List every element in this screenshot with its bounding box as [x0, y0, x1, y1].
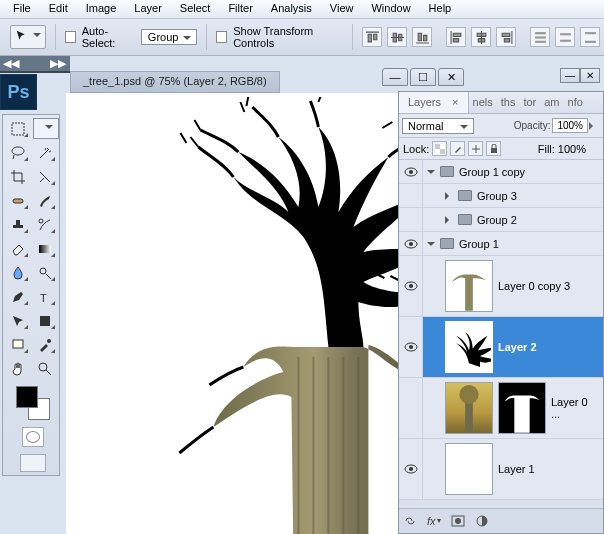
tool-type[interactable]: T — [33, 286, 57, 307]
layer-name[interactable]: Layer 2 — [498, 341, 537, 353]
layer-list[interactable]: Group 1 copy Group 3 Group 2 Group 1 Lay… — [399, 160, 603, 508]
distribute-top-icon[interactable] — [530, 27, 550, 47]
tool-history-brush[interactable] — [33, 214, 57, 235]
document-tab[interactable]: _tree_1.psd @ 75% (Layer 2, RGB/8) — [70, 71, 280, 93]
adjustment-layer-icon[interactable] — [475, 515, 489, 527]
align-top-icon[interactable] — [362, 27, 382, 47]
align-vcenter-icon[interactable] — [387, 27, 407, 47]
current-tool-indicator[interactable] — [10, 25, 46, 49]
layer-thumbnail[interactable] — [445, 382, 493, 434]
add-mask-icon[interactable] — [451, 515, 465, 527]
visibility-toggle[interactable] — [399, 317, 423, 377]
close-tab-icon[interactable]: × — [445, 92, 462, 112]
tool-lasso[interactable] — [6, 142, 30, 163]
tab-channels[interactable]: nels — [469, 92, 497, 113]
tool-crop[interactable] — [6, 166, 30, 187]
align-bottom-icon[interactable] — [412, 27, 432, 47]
foreground-color[interactable] — [16, 386, 38, 408]
layer-thumbnail[interactable] — [445, 260, 493, 312]
tool-eraser[interactable] — [6, 238, 30, 259]
auto-select-mode[interactable]: Group — [141, 29, 198, 45]
align-hcenter-icon[interactable] — [471, 27, 491, 47]
menu-select[interactable]: Select — [171, 0, 220, 18]
layer-name[interactable]: Group 2 — [477, 214, 517, 226]
lock-all-icon[interactable] — [486, 141, 501, 156]
tool-dodge[interactable] — [33, 262, 57, 283]
tool-move[interactable] — [33, 118, 59, 139]
visibility-toggle[interactable] — [399, 378, 423, 438]
menu-filter[interactable]: Filter — [219, 0, 261, 18]
show-transform-checkbox[interactable] — [216, 31, 227, 43]
menu-help[interactable]: Help — [420, 0, 461, 18]
layer-name[interactable]: Group 1 — [459, 238, 499, 250]
link-layers-icon[interactable] — [403, 515, 417, 527]
layer-name[interactable]: Group 3 — [477, 190, 517, 202]
menu-window[interactable]: Window — [362, 0, 419, 18]
distribute-bottom-icon[interactable] — [580, 27, 600, 47]
layer-row[interactable]: Layer 0 copy 3 — [399, 256, 603, 317]
tab-paths[interactable]: ths — [497, 92, 520, 113]
layer-name[interactable]: Layer 0 copy 3 — [498, 280, 570, 292]
tab-info[interactable]: nfo — [564, 92, 587, 113]
layer-name[interactable]: Layer 0 ... — [551, 396, 599, 420]
distribute-vcenter-icon[interactable] — [555, 27, 575, 47]
disclosure-icon[interactable] — [445, 192, 453, 200]
tool-gradient[interactable] — [33, 238, 57, 259]
menu-view[interactable]: View — [321, 0, 363, 18]
layer-row[interactable]: Layer 0 ... — [399, 378, 603, 439]
align-right-icon[interactable] — [496, 27, 516, 47]
disclosure-icon[interactable] — [427, 170, 435, 178]
tool-shape[interactable] — [33, 310, 57, 331]
tab-histogram[interactable]: am — [540, 92, 563, 113]
visibility-toggle[interactable] — [399, 208, 423, 231]
tool-slice[interactable] — [33, 166, 57, 187]
tool-zoom[interactable] — [33, 358, 57, 379]
tab-history[interactable]: tor — [519, 92, 540, 113]
auto-select-checkbox[interactable] — [65, 31, 76, 43]
layer-fx-icon[interactable]: fx▾ — [427, 515, 441, 527]
menu-edit[interactable]: Edit — [40, 0, 77, 18]
close-button[interactable]: ✕ — [438, 68, 464, 86]
layer-row-group[interactable]: Group 1 copy — [399, 160, 603, 184]
screenmode-button[interactable] — [20, 454, 46, 472]
align-left-icon[interactable] — [446, 27, 466, 47]
palette-drag-handle[interactable]: ◀◀ ▶▶ — [0, 56, 70, 73]
layer-row-group[interactable]: Group 2 — [399, 208, 603, 232]
layer-row[interactable]: Layer 1 — [399, 439, 603, 500]
fill-field[interactable]: 100% — [558, 143, 586, 155]
layer-name[interactable]: Layer 1 — [498, 463, 535, 475]
menu-analysis[interactable]: Analysis — [262, 0, 321, 18]
disclosure-icon[interactable] — [445, 216, 453, 224]
tool-eyedropper[interactable] — [33, 334, 57, 355]
tool-healing[interactable] — [6, 190, 30, 211]
tool-path-select[interactable] — [6, 310, 30, 331]
opacity-field[interactable]: 100% — [552, 118, 588, 133]
app-minimize-button[interactable]: — — [560, 68, 580, 83]
tool-marquee[interactable] — [6, 118, 30, 139]
lock-transparency-icon[interactable] — [432, 141, 447, 156]
visibility-toggle[interactable] — [399, 439, 423, 499]
layer-name[interactable]: Group 1 copy — [459, 166, 525, 178]
visibility-toggle[interactable] — [399, 232, 423, 255]
visibility-toggle[interactable] — [399, 160, 423, 183]
tool-notes[interactable] — [6, 334, 30, 355]
layer-mask-thumbnail[interactable] — [498, 382, 546, 434]
layer-row-group[interactable]: Group 1 — [399, 232, 603, 256]
tool-stamp[interactable] — [6, 214, 30, 235]
lock-pixels-icon[interactable] — [450, 141, 465, 156]
tab-layers[interactable]: Layers × — [399, 92, 469, 113]
color-swatches[interactable] — [6, 382, 59, 420]
menu-image[interactable]: Image — [77, 0, 126, 18]
tool-hand[interactable] — [6, 358, 30, 379]
layer-thumbnail[interactable] — [445, 321, 493, 373]
visibility-toggle[interactable] — [399, 184, 423, 207]
tool-magic-wand[interactable] — [33, 142, 57, 163]
lock-position-icon[interactable] — [468, 141, 483, 156]
disclosure-icon[interactable] — [427, 242, 435, 250]
layer-row[interactable]: Layer 2 — [399, 317, 603, 378]
layer-row-group[interactable]: Group 3 — [399, 184, 603, 208]
menu-layer[interactable]: Layer — [125, 0, 171, 18]
app-close-button[interactable]: ✕ — [580, 68, 600, 83]
layer-thumbnail[interactable] — [445, 443, 493, 495]
blend-mode-select[interactable]: Normal — [402, 118, 474, 134]
